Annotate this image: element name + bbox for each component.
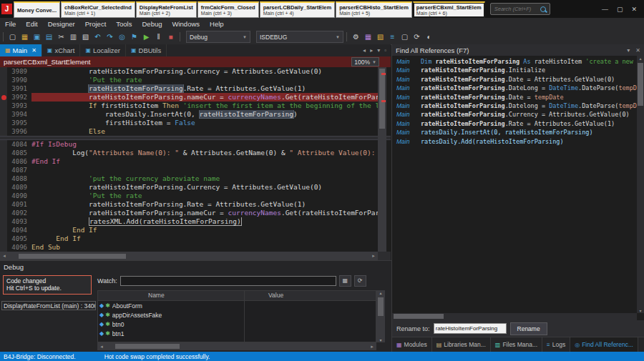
reference-row[interactable]: MainDim rateHistoItemForParsing As rateH… [392,57,637,66]
code-line[interactable]: 4089 rateHistoItemForParsing.Currency = … [0,183,378,192]
breakpoint-margin[interactable] [0,192,7,200]
doc-tab-parserecbhisto-startelem[interactable]: parserECBHisto_StartElemMain (ctrl + 5) [336,1,412,18]
code-line[interactable]: 3994 ratesDaily.InsertAt(0, rateHistoIte… [0,110,378,119]
scrollbar-thumb[interactable] [394,314,444,319]
scroll-left-icon[interactable]: ◂ [363,47,366,54]
panel-tab-modules[interactable]: ▦Modules [392,337,432,352]
doc-tab-displayratefromlist[interactable]: DisplayRateFromListMain (ctrl + 2) [136,1,197,18]
scroll-up-icon[interactable]: ▴ [637,56,644,61]
watch-row[interactable]: ◆✱AboutForm [98,301,376,310]
editor-tab-main[interactable]: ▦Main✕ [0,44,42,56]
code-line[interactable]: 4088 'put the currency abreviate name [0,174,378,183]
breakpoint-margin[interactable] [0,234,7,243]
menu-debug[interactable]: Debug [137,20,167,28]
doc-tab-frmcalcform-closed[interactable]: frmCalcForm_ClosedMain (ctrl + 3) [197,1,259,18]
references-vertical-scrollbar[interactable]: ▴ ▾ [637,56,644,313]
breakpoint-margin[interactable] [0,200,7,209]
copy-icon[interactable]: ▥ [67,31,79,44]
scroll-right-icon[interactable]: ▸ [369,253,378,259]
watch-refresh-icon[interactable]: ⟳ [354,275,366,287]
find-icon[interactable]: ◎ [116,31,128,44]
theme-icon[interactable]: ◐ [423,31,435,44]
logs-icon[interactable]: ≡ [386,31,399,44]
scroll-right-icon[interactable]: ▸ [368,344,376,350]
watch-horizontal-scrollbar[interactable]: ◂ ▸ [97,342,376,350]
editor-horizontal-scrollbar[interactable]: ◂ ▸ [0,252,378,260]
code-line[interactable]: 4090 'Put the rate [0,192,378,200]
code-line[interactable]: 3992 rateHistoItemForParsing.nameCur = c… [0,93,378,102]
code-line[interactable]: 4096End Sub [0,243,378,252]
watch-input[interactable] [120,276,336,286]
reference-row[interactable]: MainratesDaily.Add(rateHistoItemForParsi… [392,137,637,146]
code-line[interactable]: 4084#If IsDebug [0,140,378,149]
tab-list-icon[interactable]: ▾ [377,47,380,54]
zoom-control[interactable]: 100%▼ [351,57,379,66]
conditional-symbols-select[interactable]: ISDEBUG▼ [256,31,343,43]
bookmark-icon[interactable]: ⚑ [128,31,140,44]
reference-row[interactable]: MainrateHistoItemForParsing.DateLong = D… [392,84,637,92]
minimize-button[interactable]: — [602,6,608,13]
breakpoint-margin[interactable] [0,209,7,217]
menu-designer[interactable]: Designer [43,20,80,28]
menu-edit[interactable]: Edit [21,20,42,28]
breakpoint-margin[interactable] [0,93,7,102]
panel-tab-find-all-referenc[interactable]: ◎Find All Referenc... [570,337,638,352]
references-horizontal-scrollbar[interactable] [392,313,637,320]
watch-row[interactable]: ◆✱btn0 [98,320,376,329]
panel-tab-files-mana[interactable]: ▥Files Mana... [491,337,542,352]
pause-icon[interactable]: ‖ [152,31,165,44]
code-line[interactable]: 4085 Log("Attributes Name(0): " & Attrib… [0,149,378,157]
save-icon[interactable]: ▣ [31,31,43,44]
scroll-left-icon[interactable]: ◂ [0,253,9,259]
open-folder-icon[interactable]: ▦ [19,31,31,44]
breakpoint-margin[interactable] [0,76,7,84]
scroll-up-icon[interactable]: ▴ [376,290,385,295]
reference-row[interactable]: MainrateHistoItemForParsing.Date = tempD… [392,93,637,102]
breakpoint-margin[interactable] [0,140,7,149]
code-line[interactable]: 3995 firstHistoItem = False [0,119,378,127]
code-line[interactable]: 4095 End If [0,234,378,243]
panel-tab-logs[interactable]: ≡Logs [542,337,570,352]
close-icon[interactable]: ✕ [31,47,36,54]
breakpoint-margin[interactable] [0,119,7,127]
doc-tab-money-conve[interactable]: Money Conve... [14,1,60,18]
code-line[interactable]: 3989 rateHistoItemForParsing.Currency = … [0,67,378,76]
save-all-icon[interactable]: ▤ [43,31,55,44]
column-header-name[interactable]: Name [148,291,165,300]
code-line[interactable]: 4093 ratesXML.Add(rateHistoItemForParsin… [0,217,378,226]
code-line[interactable]: 3991 rateHistoItemForParsing.Rate = Attr… [0,84,378,93]
code-line[interactable]: 4094 End If [0,226,378,234]
menu-project[interactable]: Project [80,20,112,28]
scrollbar-thumb[interactable] [379,69,385,129]
search-input[interactable] [493,5,540,13]
reference-row[interactable]: MainrateHistoItemForParsing.Initialize [392,66,637,74]
chevron-down-icon[interactable]: ▾ [627,47,630,54]
breakpoint-margin[interactable] [0,166,7,174]
code-line[interactable]: 3990 'Put the rate [0,76,378,84]
breakpoint-margin[interactable] [0,157,7,166]
doc-tab-parserlcbdaily-startelem[interactable]: parserLCBDaily_StartElemMain (ctrl + 4) [260,1,335,18]
watch-vertical-scrollbar[interactable]: ▴ ▾ [376,290,385,342]
reference-row[interactable]: MainrateHistoItemForParsing.Datelong = D… [392,102,637,110]
reference-row[interactable]: MainratesDaily.InsertAt(0, rateHistoItem… [392,128,637,137]
panel-tab-libraries-man[interactable]: ▤Libraries Man... [432,337,491,352]
run-icon[interactable]: ▶ [140,31,152,44]
scrollbar-thumb[interactable] [19,254,126,259]
refresh-icon[interactable]: ⟳ [411,31,423,44]
reference-row[interactable]: MainrateHistoItemForParsing.Currency = A… [392,110,637,119]
device-icon[interactable]: ▢ [399,31,411,44]
code-line[interactable]: 4091 rateHistoItemForParsing.Rate = Attr… [0,200,378,209]
cut-icon[interactable]: ✂ [55,31,67,44]
paste-icon[interactable]: ▧ [79,31,92,44]
breakpoint-margin[interactable] [0,174,7,183]
menu-help[interactable]: Help [205,20,229,28]
breakpoint-margin[interactable] [0,217,7,226]
designer-icon[interactable]: ▧ [374,31,386,44]
breakpoint-icon[interactable] [1,95,6,100]
code-line[interactable]: 4086#End If [0,157,378,166]
scroll-left-icon[interactable]: ◂ [97,344,106,350]
undo-icon[interactable]: ↶ [92,31,104,44]
breakpoint-margin[interactable] [0,127,7,136]
split-icon[interactable]: ▫ [384,47,386,54]
rename-button[interactable]: Rename [510,322,547,335]
